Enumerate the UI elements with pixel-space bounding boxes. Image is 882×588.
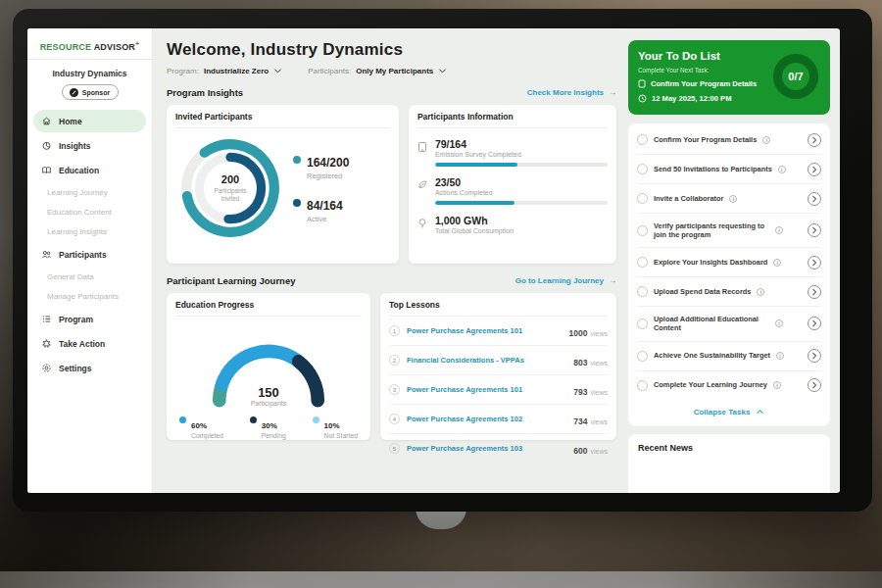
lesson-row-5[interactable]: 5 Power Purchase Agreements 103 600views bbox=[389, 434, 608, 463]
lesson-link[interactable]: Financial Considerations - VPPAs bbox=[407, 356, 566, 365]
task-checkbox[interactable] bbox=[637, 318, 648, 329]
info-icon[interactable]: i bbox=[773, 381, 781, 389]
lesson-row-1[interactable]: 1 Power Purchase Agreements 101 1000view… bbox=[389, 317, 608, 346]
task-row-2[interactable]: Send 50 Invitations to Participants i bbox=[637, 155, 821, 184]
card-title: Invited Participants bbox=[175, 112, 390, 128]
info-icon[interactable]: i bbox=[775, 226, 783, 234]
task-open-button[interactable] bbox=[808, 317, 821, 330]
page-title: Welcome, Industry Dynamics bbox=[167, 40, 616, 60]
sidebar-item-learning-journey[interactable]: Learning Journey bbox=[33, 183, 146, 202]
task-row-1[interactable]: Confirm Your Program Details i bbox=[637, 125, 821, 155]
chevron-up-icon bbox=[756, 409, 764, 415]
task-open-button[interactable] bbox=[808, 349, 821, 363]
legend-dot bbox=[313, 416, 319, 423]
lesson-link[interactable]: Power Purchase Agreements 102 bbox=[407, 415, 566, 423]
sidebar-item-education[interactable]: Education bbox=[33, 159, 146, 181]
lesson-row-3[interactable]: 3 Power Purchase Agreements 101 793views bbox=[389, 375, 608, 405]
sidebar-item-take-action[interactable]: Take Action bbox=[33, 332, 146, 355]
invited-total: 200 bbox=[221, 173, 239, 185]
stat-global-consumption: 1,000 GWh Total Global Consumption bbox=[417, 215, 608, 234]
sidebar-item-manage-participants[interactable]: Manage Participants bbox=[33, 287, 146, 306]
participants-information-card: Participants Information 79/164 Emission… bbox=[409, 105, 616, 264]
task-open-button[interactable] bbox=[808, 133, 821, 147]
task-row-9[interactable]: Complete Your Learning Journey i bbox=[637, 371, 821, 400]
sidebar-item-general-data[interactable]: General Data bbox=[33, 268, 146, 286]
chevron-right-icon bbox=[811, 166, 817, 173]
learning-cards-row: Education Progress 150 Participants bbox=[167, 293, 616, 440]
task-checkbox[interactable] bbox=[637, 225, 648, 236]
task-checkbox[interactable] bbox=[637, 351, 648, 362]
info-icon[interactable]: i bbox=[762, 136, 770, 144]
sidebar: RESOURCE ADVISOR+ Industry Dynamics Spon… bbox=[27, 28, 153, 493]
home-icon bbox=[41, 116, 52, 126]
sidebar-item-education-content[interactable]: Education Content bbox=[33, 203, 146, 221]
task-open-button[interactable] bbox=[808, 192, 821, 206]
org-name: Industry Dynamics bbox=[27, 69, 152, 78]
sponsor-badge[interactable]: Sponsor bbox=[62, 84, 119, 100]
actions-progress-bar bbox=[435, 201, 608, 205]
sidebar-item-participants[interactable]: Participants bbox=[33, 243, 146, 266]
card-title: Top Lessons bbox=[389, 300, 608, 317]
todo-panel: Your To Do List Complete Your Next Task:… bbox=[628, 28, 840, 493]
sidebar-item-insights[interactable]: Insights bbox=[33, 134, 146, 157]
sidebar-item-settings[interactable]: Settings bbox=[33, 357, 146, 379]
take-action-icon bbox=[41, 338, 52, 349]
chevron-right-icon bbox=[811, 381, 817, 389]
task-open-button[interactable] bbox=[808, 163, 821, 176]
info-icon[interactable]: i bbox=[757, 288, 764, 296]
task-row-8[interactable]: Achieve One Sustainability Target i bbox=[637, 342, 821, 371]
insights-cards-row: Invited Participants 200 Participants In… bbox=[167, 105, 616, 264]
task-row-3[interactable]: Invite a Collaborator i bbox=[637, 184, 821, 214]
task-checkbox[interactable] bbox=[637, 286, 648, 297]
learning-journey-header: Participant Learning Journey Go to Learn… bbox=[167, 275, 616, 286]
task-checkbox[interactable] bbox=[637, 164, 648, 174]
gear-icon bbox=[41, 363, 52, 373]
go-to-learning-journey-link[interactable]: Go to Learning Journey → bbox=[515, 276, 616, 285]
task-open-button[interactable] bbox=[808, 223, 821, 237]
info-icon[interactable]: i bbox=[773, 259, 781, 267]
task-checkbox[interactable] bbox=[637, 257, 648, 268]
bulb-icon bbox=[417, 218, 427, 229]
sidebar-item-home[interactable]: Home bbox=[33, 110, 146, 132]
sidebar-item-program[interactable]: Program bbox=[33, 308, 146, 330]
info-icon[interactable]: i bbox=[778, 166, 786, 173]
stat-emission-survey: 79/164 Emission Survey Completed bbox=[417, 138, 608, 167]
info-icon[interactable]: i bbox=[776, 352, 784, 360]
task-checkbox[interactable] bbox=[637, 380, 648, 391]
sidebar-item-learning-insights[interactable]: Learning Insights bbox=[33, 222, 146, 241]
task-row-7[interactable]: Upload Additional Educational Content i bbox=[637, 307, 821, 341]
lesson-row-2[interactable]: 2 Financial Considerations - VPPAs 803vi… bbox=[389, 346, 608, 375]
chevron-right-icon bbox=[811, 136, 817, 144]
clipboard-icon bbox=[638, 79, 646, 88]
task-row-5[interactable]: Explore Your Insights Dashboard i bbox=[637, 248, 821, 277]
gauge-total-label: Participants bbox=[195, 400, 342, 407]
todo-header-card: Your To Do List Complete Your Next Task:… bbox=[628, 40, 830, 115]
legend-not-started: 10% Not Started bbox=[313, 415, 358, 439]
lesson-link[interactable]: Power Purchase Agreements 101 bbox=[407, 385, 566, 394]
task-open-button[interactable] bbox=[808, 378, 821, 392]
collapse-tasks-link[interactable]: Collapse Tasks bbox=[637, 400, 821, 422]
info-icon[interactable]: i bbox=[729, 195, 737, 203]
task-open-button[interactable] bbox=[808, 256, 821, 270]
task-open-button[interactable] bbox=[808, 285, 821, 299]
chevron-right-icon bbox=[811, 288, 817, 296]
task-checkbox[interactable] bbox=[637, 134, 648, 145]
info-icon[interactable]: i bbox=[775, 319, 783, 327]
legend-dot bbox=[293, 199, 301, 207]
legend-pending: 30% Pending bbox=[250, 415, 286, 439]
check-more-insights-link[interactable]: Check More Insights → bbox=[527, 88, 616, 97]
legend-registered: 164/200 Registered bbox=[293, 153, 349, 180]
lesson-link[interactable]: Power Purchase Agreements 101 bbox=[407, 326, 563, 335]
lesson-row-4[interactable]: 4 Power Purchase Agreements 102 734views bbox=[389, 405, 608, 434]
arrow-right-icon: → bbox=[609, 88, 616, 97]
task-checkbox[interactable] bbox=[637, 193, 648, 204]
sponsor-icon bbox=[70, 88, 78, 97]
card-title: Education Progress bbox=[175, 300, 362, 317]
arrow-right-icon: → bbox=[609, 276, 616, 285]
program-filter[interactable]: Program: Industrialize Zero bbox=[167, 67, 282, 75]
task-row-6[interactable]: Upload Spend Data Records i bbox=[637, 277, 821, 307]
task-row-4[interactable]: Verify participants requesting to join t… bbox=[637, 214, 821, 248]
legend-dot bbox=[250, 416, 257, 423]
lesson-link[interactable]: Power Purchase Agreements 103 bbox=[407, 444, 566, 453]
participants-filter[interactable]: Participants: Only My Participants bbox=[308, 67, 447, 75]
